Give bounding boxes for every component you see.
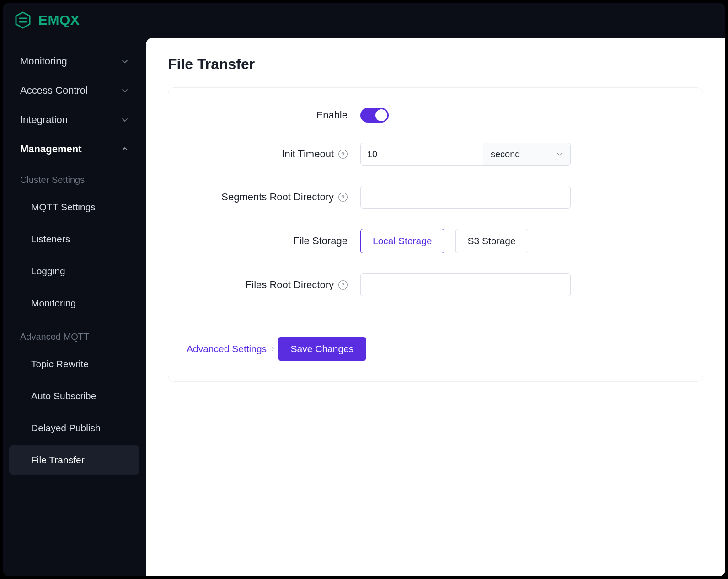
init-timeout-label: Init Timeout: [282, 148, 334, 160]
sub-topic-rewrite[interactable]: Topic Rewrite: [9, 349, 139, 379]
help-icon[interactable]: ?: [338, 280, 348, 290]
nav-integration-label: Integration: [20, 114, 68, 126]
nav-monitoring-label: Monitoring: [20, 55, 67, 67]
advanced-settings-link[interactable]: Advanced Settings: [187, 343, 276, 354]
file-storage-local[interactable]: Local Storage: [360, 229, 444, 253]
help-icon[interactable]: ?: [338, 193, 348, 202]
enable-label: Enable: [316, 109, 348, 121]
sub-file-transfer-label: File Transfer: [31, 455, 85, 466]
page-title: File Transfer: [168, 56, 703, 73]
sub-logging-label: Logging: [31, 266, 65, 277]
sub-topic-rewrite-label: Topic Rewrite: [31, 359, 89, 370]
sub-file-transfer[interactable]: File Transfer: [9, 445, 139, 475]
toggle-knob: [375, 109, 387, 121]
row-files-root: Files Root Directory ?: [187, 273, 685, 296]
chevron-down-icon: [121, 58, 128, 65]
section-advanced-mqtt: Advanced MQTT: [9, 321, 139, 347]
sub-monitoring[interactable]: Monitoring: [9, 289, 139, 318]
sub-mqtt-settings[interactable]: MQTT Settings: [9, 193, 139, 222]
content: File Transfer Enable Init Timeout: [146, 38, 725, 576]
svg-marker-0: [16, 12, 30, 28]
nav-integration[interactable]: Integration: [9, 105, 139, 134]
chevron-up-icon: [121, 145, 128, 153]
chevron-down-icon: [557, 151, 563, 157]
sidebar: Monitoring Access Control Integration Ma…: [3, 38, 146, 576]
logo[interactable]: EMQX: [14, 11, 80, 29]
row-init-timeout: Init Timeout ? second: [187, 143, 685, 166]
sub-delayed-publish-label: Delayed Publish: [31, 423, 101, 434]
logo-icon: [14, 11, 32, 29]
save-button-label: Save Changes: [291, 343, 354, 354]
sub-monitoring-label: Monitoring: [31, 298, 76, 309]
save-button[interactable]: Save Changes: [278, 337, 367, 361]
init-timeout-group: second: [360, 143, 571, 166]
chevron-down-icon: [121, 87, 128, 94]
settings-card: Enable Init Timeout ?: [168, 87, 703, 382]
nav-access-control[interactable]: Access Control: [9, 76, 139, 105]
init-timeout-unit-select[interactable]: second: [483, 143, 571, 166]
file-storage-label: File Storage: [293, 235, 348, 247]
section-cluster-settings: Cluster Settings: [9, 164, 139, 190]
sub-delayed-publish[interactable]: Delayed Publish: [9, 413, 139, 443]
row-file-storage: File Storage Local Storage S3 Storage: [187, 229, 685, 253]
init-timeout-input[interactable]: [360, 143, 483, 166]
sub-mqtt-settings-label: MQTT Settings: [31, 202, 96, 213]
file-storage-s3[interactable]: S3 Storage: [455, 229, 528, 253]
file-storage-radio-group: Local Storage S3 Storage: [360, 229, 528, 253]
init-timeout-unit-label: second: [491, 149, 520, 160]
row-segments-root: Segments Root Directory ?: [187, 186, 685, 209]
nav-management-label: Management: [20, 143, 81, 155]
file-storage-s3-label: S3 Storage: [468, 236, 516, 247]
help-icon[interactable]: ?: [338, 150, 348, 159]
segments-root-label: Segments Root Directory: [221, 191, 334, 203]
nav-monitoring[interactable]: Monitoring: [9, 47, 139, 76]
sub-listeners[interactable]: Listeners: [9, 225, 139, 254]
enable-toggle[interactable]: [360, 108, 389, 123]
sub-listeners-label: Listeners: [31, 234, 70, 245]
sub-auto-subscribe-label: Auto Subscribe: [31, 391, 96, 402]
row-enable: Enable: [187, 108, 685, 123]
file-storage-local-label: Local Storage: [373, 236, 432, 247]
sub-logging[interactable]: Logging: [9, 257, 139, 286]
logo-text: EMQX: [38, 12, 80, 28]
chevron-down-icon: [121, 116, 128, 123]
nav-access-control-label: Access Control: [20, 85, 88, 96]
segments-root-input[interactable]: [360, 186, 571, 209]
files-root-label: Files Root Directory: [246, 279, 334, 291]
sub-auto-subscribe[interactable]: Auto Subscribe: [9, 381, 139, 411]
advanced-settings-label: Advanced Settings: [187, 343, 267, 354]
nav-management[interactable]: Management: [9, 134, 139, 164]
chevron-right-icon: [269, 346, 276, 352]
header: EMQX: [3, 3, 725, 38]
files-root-input[interactable]: [360, 273, 571, 296]
